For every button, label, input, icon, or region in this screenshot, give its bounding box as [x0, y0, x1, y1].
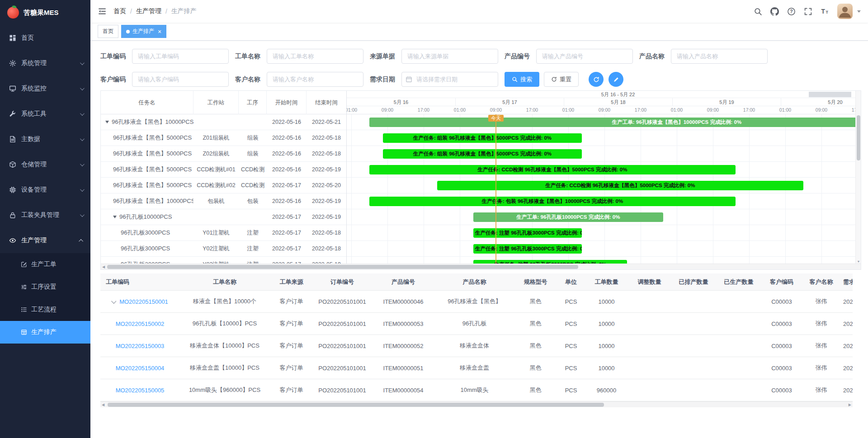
- gantt-task-row[interactable]: 96孔移液盒【黑色】5000PCSZ01组装机组装2022-05-162022-…: [101, 130, 346, 146]
- scroll-down-icon[interactable]: ▼: [856, 260, 861, 263]
- table-cell: 10000: [585, 343, 628, 349]
- gantt-bar-task[interactable]: 生产任务: 注塑 96孔孔板3000PCS 完成比例: 0%: [473, 228, 582, 238]
- due-date-input[interactable]: [401, 72, 498, 87]
- workorder-code-input[interactable]: [132, 49, 229, 64]
- table-cell: 张伟: [802, 320, 840, 328]
- sidebar-item-fixture[interactable]: 工装夹具管理: [0, 203, 90, 228]
- gear-icon: [9, 60, 16, 67]
- gantt-bar-task[interactable]: 生产任务: 注塑 96孔孔板3000PCS 完成比例: 0%: [473, 260, 627, 264]
- gantt-task-row[interactable]: 96孔移液盒【黑色】5000PCSCCD检测机#02CCD检测2022-05-1…: [101, 178, 346, 193]
- chevron-down-icon[interactable]: [111, 299, 116, 304]
- gantt-horizontal-scrollbar[interactable]: ◀: [101, 264, 861, 269]
- sidebar-item-scheduling[interactable]: 生产排产: [0, 321, 90, 344]
- app-logo[interactable]: 苦糖果MES: [0, 0, 90, 25]
- avatar[interactable]: [837, 4, 853, 19]
- hamburger-icon[interactable]: [98, 7, 107, 16]
- scroll-right-icon[interactable]: ▶: [849, 403, 851, 407]
- breadcrumb-item[interactable]: 首页: [113, 7, 126, 15]
- timeline-day-label: 5月 16: [347, 98, 455, 106]
- breadcrumb-item[interactable]: 生产管理: [136, 7, 161, 15]
- gantt-task-row[interactable]: 96孔孔板3000PCSY01注塑机注塑2022-05-172022-05-18: [101, 225, 346, 241]
- orders-table-header: 工单编码工单名称工单来源订单编号产品编号产品名称规格型号单位工单数量调整数量已排…: [100, 273, 853, 291]
- workorder-link[interactable]: MO202205150005: [116, 387, 165, 394]
- sidebar-item-monitor[interactable]: 系统监控: [0, 76, 90, 101]
- task-process: 包装: [239, 198, 267, 205]
- gantt-task-row[interactable]: 96孔孔板3000PCSY02注塑机注塑2022-05-172022-05-18: [101, 241, 346, 257]
- table-row[interactable]: MO20220515000510mm吸头【960000】PCS客户订单PO202…: [100, 379, 853, 401]
- sidebar-item-process-flow[interactable]: 工艺流程: [0, 298, 90, 321]
- sidebar-item-equipment[interactable]: 设备管理: [0, 177, 90, 203]
- sidebar-item-label: 工艺流程: [31, 306, 57, 314]
- refresh-button[interactable]: [589, 72, 604, 87]
- workorder-link[interactable]: MO202205150003: [116, 343, 165, 349]
- edit-icon: [21, 261, 27, 268]
- table-cell: PCS: [557, 365, 585, 372]
- font-size-icon[interactable]: TT: [821, 7, 829, 16]
- sidebar-item-system[interactable]: 系统管理: [0, 51, 90, 76]
- scroll-left-icon[interactable]: ◀: [102, 403, 104, 407]
- close-icon[interactable]: ×: [158, 28, 161, 35]
- sidebar-item-process-setting[interactable]: 工序设置: [0, 276, 90, 298]
- chevron-down-icon[interactable]: [857, 10, 861, 13]
- github-icon[interactable]: [770, 7, 779, 16]
- task-station: CCD检测机#02: [193, 182, 239, 189]
- sidebar-item-master-data[interactable]: 主数据: [0, 127, 90, 152]
- table-row[interactable]: MO20220515000296孔孔板【10000】PCS客户订单PO20220…: [100, 313, 853, 335]
- sidebar-item-warehouse[interactable]: 仓储管理: [0, 152, 90, 177]
- gantt-task-row[interactable]: 96孔孔板3000PCSY03注塑机注塑2022-05-172022-05-19: [101, 257, 346, 264]
- table-cell: 客户订单: [270, 386, 313, 394]
- search-icon[interactable]: [754, 7, 762, 16]
- task-station: Y02注塑机: [193, 245, 239, 253]
- breadcrumb-separator: /: [165, 8, 167, 15]
- workorder-code-cell: MO202205150005: [100, 387, 179, 394]
- tab-1[interactable]: 生产排产×: [121, 25, 166, 38]
- sidebar-item-label: 系统管理: [21, 59, 47, 67]
- caret-down-icon[interactable]: [113, 216, 117, 218]
- scrollbar-thumb[interactable]: [108, 403, 604, 407]
- gantt-bar-task[interactable]: 生产任务: 注塑 96孔孔板3000PCS 完成比例: 0%: [473, 244, 582, 254]
- grid-icon: [21, 329, 27, 335]
- gantt-task-row[interactable]: 96孔移液盒【黑色】10000PCS2022-05-162022-05-21: [101, 114, 346, 130]
- sidebar-item-work-order[interactable]: 生产工单: [0, 253, 90, 276]
- scrollbar-thumb[interactable]: [857, 115, 860, 160]
- gantt-vertical-scrollbar[interactable]: ▼: [855, 91, 861, 264]
- table-row[interactable]: MO202205150004移液盒盒盖【10000】PCS客户订单PO20220…: [100, 357, 853, 379]
- workorder-link[interactable]: MO202205150002: [116, 320, 165, 327]
- reset-button[interactable]: 重置: [544, 72, 579, 87]
- source-doc-input[interactable]: [401, 49, 498, 64]
- task-start-date: 2022-05-16: [267, 151, 307, 157]
- gantt-bar-task[interactable]: 生产任务: CCD检测 96孔移液盒【黑色】5000PCS 完成比例: 0%: [369, 165, 736, 174]
- gantt-bar-task[interactable]: 生产任务: CCD检测 96孔移液盒【黑色】5000PCS 完成比例: 0%: [437, 181, 803, 190]
- gantt-task-row[interactable]: 96孔移液盒【黑色】10000PCS包装机包装2022-05-162022-05…: [101, 193, 346, 209]
- sidebar-item-production[interactable]: 生产管理: [0, 228, 90, 253]
- edit-button[interactable]: [609, 72, 623, 87]
- customer-code-input[interactable]: [132, 72, 229, 87]
- help-icon[interactable]: ?: [787, 7, 796, 16]
- workorder-link[interactable]: MO202205150004: [116, 365, 165, 372]
- gantt-bar-task[interactable]: 生产任务: 组装 96孔移液盒【黑色】5000PCS 完成比例: 0%: [383, 149, 582, 159]
- gantt-bar-task[interactable]: 生产任务: 组装 96孔移液盒【黑色】5000PCS 完成比例: 0%: [383, 133, 582, 143]
- caret-down-icon[interactable]: [105, 121, 109, 123]
- customer-name-input[interactable]: [267, 72, 363, 87]
- fullscreen-icon[interactable]: [804, 7, 812, 16]
- scroll-left-icon[interactable]: ◀: [102, 265, 105, 269]
- gantt-bar-order[interactable]: 生产工单: 96孔孔板10000PCS 完成比例: 0%: [473, 212, 663, 222]
- scrollbar-thumb[interactable]: [107, 265, 578, 269]
- gantt-bar-order[interactable]: 生产工单: 96孔移液盒【黑色】10000PCS 完成比例: 0%: [369, 118, 855, 127]
- orders-horizontal-scrollbar[interactable]: ◀ ▶: [100, 401, 853, 407]
- gantt-bar-task[interactable]: 生产任务: 包装 96孔移液盒【黑色】10000PCS 完成比例: 0%: [369, 197, 736, 206]
- workorder-name-input[interactable]: [267, 49, 363, 64]
- gantt-task-row[interactable]: 96孔孔板10000PCS2022-05-172022-05-19: [101, 209, 346, 225]
- product-code-input[interactable]: [536, 49, 633, 64]
- table-row[interactable]: MO202205150003移液盒盒体【10000】PCS客户订单PO20220…: [100, 335, 853, 357]
- gantt-task-row[interactable]: 96孔移液盒【黑色】5000PCSZ02组装机组装2022-05-162022-…: [101, 146, 346, 162]
- sidebar-item-home[interactable]: 首页: [0, 25, 90, 51]
- tab-0[interactable]: 首页: [98, 25, 118, 38]
- gantt-task-row[interactable]: 96孔移液盒【黑色】5000PCSCCD检测机#01CCD检测2022-05-1…: [101, 162, 346, 178]
- sidebar-item-tools[interactable]: 系统工具: [0, 101, 90, 127]
- table-row[interactable]: MO202205150001移液盒【黑色】10000个客户订单PO2022051…: [100, 291, 853, 313]
- product-name-input[interactable]: [671, 49, 768, 64]
- search-button[interactable]: 搜索: [505, 72, 539, 87]
- task-process: 注塑: [239, 245, 267, 253]
- workorder-link[interactable]: MO202205150001: [119, 298, 168, 305]
